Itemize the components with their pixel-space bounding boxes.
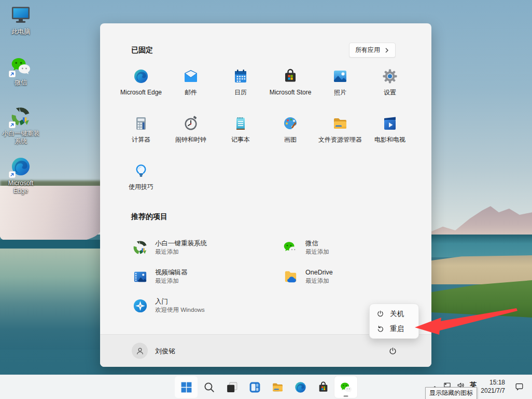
recommended-item-text: 视频编辑器最近添加 xyxy=(155,268,188,285)
pinned-app-label: 使用技巧 xyxy=(129,184,153,191)
get-started-icon xyxy=(132,298,148,314)
recommended-item-video-editor[interactable]: 视频编辑器最近添加 xyxy=(127,262,277,291)
notepad-icon xyxy=(232,115,249,132)
running-app-indicator xyxy=(344,395,348,397)
pinned-app-tips[interactable]: 使用技巧 xyxy=(116,157,166,204)
pinned-app-label: 电影和电视 xyxy=(374,136,405,144)
desktop-icon-xiaobai[interactable]: 小白一键重装系统 xyxy=(1,106,40,145)
taskbar-button-edge[interactable] xyxy=(289,376,312,398)
taskbar-button-start[interactable] xyxy=(175,376,198,398)
power-icon xyxy=(376,310,384,318)
settings-icon xyxy=(382,68,398,85)
person-icon xyxy=(135,346,145,356)
tray-time: 15:18 xyxy=(481,379,505,387)
pinned-app-label: 闹钟和时钟 xyxy=(175,136,206,144)
recommended-item-text: 微信最近添加 xyxy=(305,239,329,256)
pinned-apps-grid: Microsoft Edge邮件日历Microsoft Store照片设置计算器… xyxy=(116,63,416,204)
recommended-item-subtitle: 最近添加 xyxy=(155,277,188,285)
pinned-app-clock[interactable]: 闹钟和时钟 xyxy=(166,110,216,157)
desktop-icon-edge[interactable]: Microsoft Edge xyxy=(1,156,40,195)
recommended-item-subtitle: 最近添加 xyxy=(305,248,329,256)
wechat-icon xyxy=(340,381,353,394)
pinned-app-photos[interactable]: 照片 xyxy=(315,63,365,110)
taskbar-button-task-view[interactable] xyxy=(220,376,243,398)
pinned-app-label: 照片 xyxy=(334,89,346,97)
pinned-app-calculator[interactable]: 计算器 xyxy=(116,110,166,157)
pinned-app-notepad[interactable]: 记事本 xyxy=(216,110,265,157)
paint-icon xyxy=(282,115,299,132)
pinned-app-calendar[interactable]: 日历 xyxy=(216,63,265,110)
recommended-item-title: 视频编辑器 xyxy=(155,268,188,277)
shortcut-arrow-icon xyxy=(9,121,16,128)
taskbar-button-widgets[interactable] xyxy=(243,376,266,398)
pinned-app-mail[interactable]: 邮件 xyxy=(166,63,216,110)
recommended-item-onedrive[interactable]: OneDrive最近添加 xyxy=(277,262,428,291)
wallpaper-wheat-grass xyxy=(431,255,532,284)
taskbar-buttons xyxy=(175,375,357,399)
all-apps-button[interactable]: 所有应用 xyxy=(349,43,396,58)
xiaobai-icon xyxy=(10,106,32,128)
pinned-app-settings[interactable]: 设置 xyxy=(365,63,415,110)
recommended-item-subtitle: 最近添加 xyxy=(155,248,207,256)
store-icon xyxy=(282,68,299,85)
widgets-icon xyxy=(248,381,261,394)
pinned-app-label: 文件资源管理器 xyxy=(318,136,362,144)
taskbar-button-search[interactable] xyxy=(198,376,220,398)
power-flyout-menu: 关机重启 xyxy=(369,304,419,339)
desktop-icon-label: Microsoft Edge xyxy=(1,180,40,195)
recommended-item-xiaobai[interactable]: 小白一键重装系统最近添加 xyxy=(127,233,277,262)
photos-icon xyxy=(332,68,348,85)
store-icon xyxy=(317,381,330,394)
notification-center-button[interactable] xyxy=(514,382,525,392)
pinned-app-label: Microsoft Store xyxy=(270,89,312,97)
user-account-button[interactable]: 刘俊铭 xyxy=(128,341,179,361)
recommended-item-text: 小白一键重装系统最近添加 xyxy=(155,239,207,256)
wallpaper-reflection xyxy=(0,249,102,350)
power-button[interactable] xyxy=(384,342,401,360)
recommended-item-wechat[interactable]: 微信最近添加 xyxy=(277,233,428,262)
desktop-icon-wechat[interactable]: 微信 xyxy=(1,55,40,87)
pinned-app-store[interactable]: Microsoft Store xyxy=(265,63,315,110)
power-menu-item-label: 关机 xyxy=(390,309,404,319)
clock[interactable]: 15:18 2021/7/7 xyxy=(481,379,505,395)
pinned-app-paint[interactable]: 画图 xyxy=(265,110,315,157)
pinned-app-label: 记事本 xyxy=(231,136,250,144)
wechat-icon xyxy=(283,240,299,256)
recommended-section-header: 推荐的项目 xyxy=(131,212,167,222)
this-pc-icon xyxy=(10,4,32,26)
chevron-right-icon xyxy=(384,48,389,53)
pinned-app-movies[interactable]: 电影和电视 xyxy=(365,110,415,157)
power-menu-item-restart[interactable]: 重启 xyxy=(372,321,416,336)
movies-icon xyxy=(382,115,398,132)
taskbar-button-store[interactable] xyxy=(312,376,334,398)
recommended-item-subtitle: 最近添加 xyxy=(305,277,333,285)
start-icon xyxy=(180,381,193,394)
desktop-icon-label: 此电脑 xyxy=(11,28,30,36)
power-icon xyxy=(388,347,397,355)
edge-icon xyxy=(10,156,32,177)
pinned-app-folder[interactable]: 文件资源管理器 xyxy=(315,110,365,157)
shortcut-arrow-icon xyxy=(9,71,16,77)
xiaobai-icon xyxy=(132,240,148,256)
taskbar-button-wechat[interactable] xyxy=(334,376,357,398)
power-menu-item-shutdown[interactable]: 关机 xyxy=(372,306,416,321)
desktop-icon-label: 小白一键重装系统 xyxy=(1,130,40,145)
onedrive-icon xyxy=(283,269,299,285)
recommended-item-title: OneDrive xyxy=(305,268,333,277)
pinned-section-header: 已固定 xyxy=(131,46,153,55)
recommended-item-get-started[interactable]: 入门欢迎使用 Windows xyxy=(127,291,277,320)
taskbar-button-file-explorer[interactable] xyxy=(266,376,289,398)
recommended-item-text: OneDrive最近添加 xyxy=(305,268,333,285)
start-menu-user-bar: 刘俊铭 xyxy=(100,334,431,367)
desktop-icon-this-pc[interactable]: 此电脑 xyxy=(1,4,40,36)
tray-date: 2021/7/7 xyxy=(481,387,505,395)
search-icon xyxy=(203,381,216,394)
pinned-app-edge[interactable]: Microsoft Edge xyxy=(116,63,166,110)
wechat-icon xyxy=(10,55,32,77)
edge-icon xyxy=(133,68,149,85)
calculator-icon xyxy=(133,115,149,132)
wallpaper-lake-band xyxy=(431,235,532,257)
all-apps-label: 所有应用 xyxy=(355,46,380,54)
tips-icon xyxy=(133,162,149,179)
recommended-item-subtitle: 欢迎使用 Windows xyxy=(155,306,205,314)
